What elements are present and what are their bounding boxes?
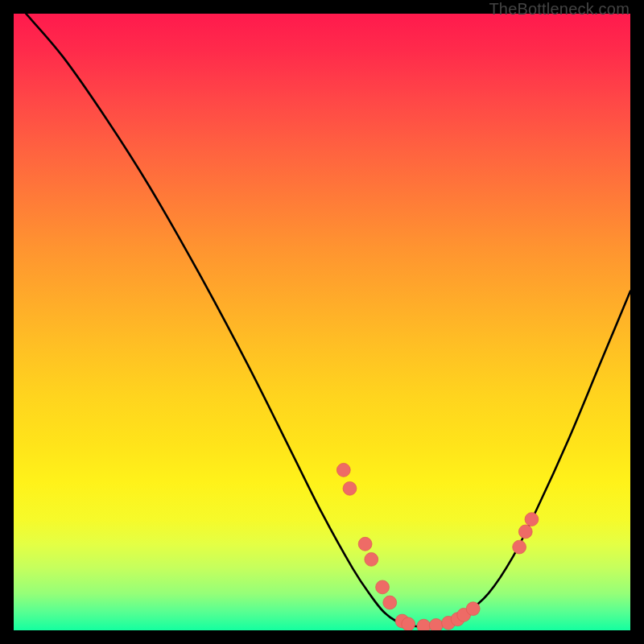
curve-marker: [343, 481, 357, 495]
curve-marker: [442, 616, 456, 630]
curve-marker: [395, 614, 409, 628]
attribution-label: TheBottleneck.com: [489, 0, 630, 19]
chart-svg: [14, 14, 630, 630]
chart-plot-area: [14, 14, 630, 630]
curve-marker: [429, 618, 443, 630]
curve-marker: [402, 617, 415, 630]
curve-marker: [451, 613, 464, 626]
bottleneck-curve: [26, 14, 630, 626]
curve-marker: [513, 540, 526, 554]
curve-marker: [365, 552, 378, 566]
curve-marker: [358, 537, 372, 551]
curve-marker: [376, 580, 390, 594]
curve-marker: [417, 619, 431, 630]
curve-marker: [383, 596, 397, 609]
curve-marker: [518, 525, 532, 539]
curve-markers: [336, 463, 538, 630]
curve-marker: [525, 513, 539, 526]
curve-marker: [466, 602, 480, 616]
curve-marker: [457, 608, 471, 621]
curve-marker: [336, 463, 350, 477]
